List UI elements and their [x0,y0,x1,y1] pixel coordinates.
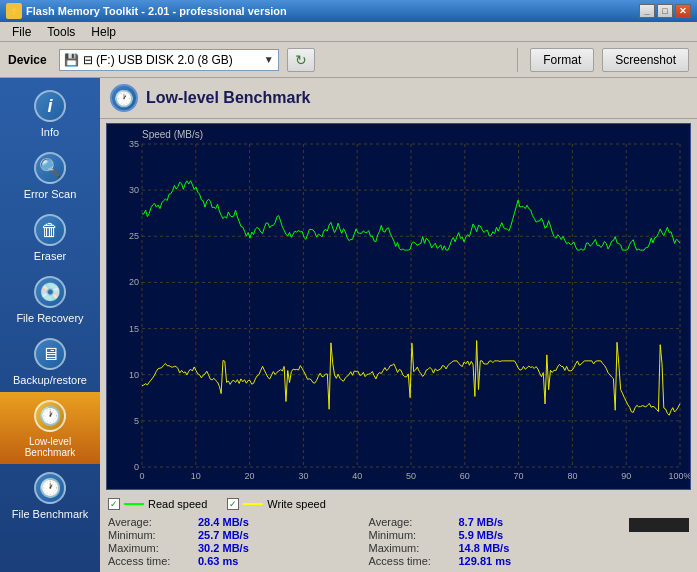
menu-bar: File Tools Help [0,22,697,42]
chart-container [106,123,691,490]
read-check-icon: ✓ [110,499,118,509]
write-speed-label: Write speed [267,498,326,510]
sidebar: i Info 🔍 Error Scan 🗑 Eraser [0,78,100,572]
maximize-button[interactable]: □ [657,4,673,18]
eraser-icon: 🗑 [32,212,68,248]
read-checkbox[interactable]: ✓ [108,498,120,510]
read-color-swatch [124,503,144,505]
read-access-row: Access time: 0.63 ms [108,555,369,567]
sidebar-item-eraser-label: Eraser [34,250,66,262]
app-title: Flash Memory Toolkit - 2.01 - profession… [26,5,639,17]
panel-title: Low-level Benchmark [146,89,311,107]
read-minimum-value: 25.7 MB/s [198,529,249,541]
benchmark-chart [107,124,690,489]
screenshot-button[interactable]: Screenshot [602,48,689,72]
device-name: ⊟ (F:) USB DISK 2.0 (8 GB) [83,53,233,67]
write-color-swatch [243,503,263,505]
menu-help[interactable]: Help [83,23,124,41]
sidebar-item-low-level-benchmark[interactable]: 🕐 Low-level Benchmark [0,392,100,464]
menu-file[interactable]: File [4,23,39,41]
sidebar-item-eraser[interactable]: 🗑 Eraser [0,206,100,268]
info-icon: i [32,88,68,124]
sidebar-item-file-recovery-label: File Recovery [16,312,83,324]
close-button[interactable]: ✕ [675,4,691,18]
window-controls[interactable]: _ □ ✕ [639,4,691,18]
legend-read: ✓ Read speed [108,498,207,510]
read-average-label: Average: [108,516,198,528]
file-benchmark-icon: 🕐 [32,470,68,506]
write-access-row: Access time: 129.81 ms [369,555,630,567]
sidebar-item-low-level-benchmark-label: Low-level Benchmark [4,436,96,458]
device-bar: Device 💾 ⊟ (F:) USB DISK 2.0 (8 GB) ▼ ↻ … [0,42,697,78]
read-maximum-value: 30.2 MB/s [198,542,249,554]
write-maximum-row: Maximum: 14.8 MB/s [369,542,630,554]
sidebar-item-info-label: Info [41,126,59,138]
legend-bar: ✓ Read speed ✓ Write speed [100,494,697,514]
app-icon: ⚡ [6,3,22,19]
menu-tools[interactable]: Tools [39,23,83,41]
low-level-benchmark-icon: 🕐 [32,398,68,434]
write-minimum-value: 5.9 MB/s [459,529,504,541]
redacted-area [629,518,689,532]
write-minimum-row: Minimum: 5.9 MB/s [369,529,630,541]
write-check-icon: ✓ [229,499,237,509]
sidebar-item-error-scan-label: Error Scan [24,188,77,200]
sidebar-item-error-scan[interactable]: 🔍 Error Scan [0,144,100,206]
main-content: i Info 🔍 Error Scan 🗑 Eraser [0,78,697,572]
read-access-label: Access time: [108,555,198,567]
write-stats-col: Average: 8.7 MB/s Minimum: 5.9 MB/s Maxi… [369,516,630,568]
legend-write: ✓ Write speed [227,498,326,510]
refresh-icon: ↻ [295,52,307,68]
write-access-label: Access time: [369,555,459,567]
stats-bar: Average: 28.4 MB/s Minimum: 25.7 MB/s Ma… [100,514,697,572]
write-checkbox[interactable]: ✓ [227,498,239,510]
read-maximum-label: Maximum: [108,542,198,554]
read-minimum-label: Minimum: [108,529,198,541]
file-recovery-icon: 💿 [32,274,68,310]
title-bar: ⚡ Flash Memory Toolkit - 2.01 - professi… [0,0,697,22]
write-average-row: Average: 8.7 MB/s [369,516,630,528]
minimize-button[interactable]: _ [639,4,655,18]
format-button[interactable]: Format [530,48,594,72]
read-average-row: Average: 28.4 MB/s [108,516,369,528]
write-access-value: 129.81 ms [459,555,512,567]
toolbar-separator [517,48,518,72]
write-average-value: 8.7 MB/s [459,516,504,528]
read-speed-label: Read speed [148,498,207,510]
read-maximum-row: Maximum: 30.2 MB/s [108,542,369,554]
dropdown-arrow-icon: ▼ [264,54,274,65]
sidebar-item-backup-restore-label: Backup/restore [13,374,87,386]
read-average-value: 28.4 MB/s [198,516,249,528]
device-select[interactable]: 💾 ⊟ (F:) USB DISK 2.0 (8 GB) ▼ [59,49,279,71]
write-minimum-label: Minimum: [369,529,459,541]
read-minimum-row: Minimum: 25.7 MB/s [108,529,369,541]
device-label: Device [8,53,47,67]
sidebar-item-file-recovery[interactable]: 💿 File Recovery [0,268,100,330]
write-maximum-value: 14.8 MB/s [459,542,510,554]
sidebar-item-info[interactable]: i Info [0,82,100,144]
backup-restore-icon: 🖥 [32,336,68,372]
read-access-value: 0.63 ms [198,555,238,567]
sidebar-item-backup-restore[interactable]: 🖥 Backup/restore [0,330,100,392]
panel-header-icon: 🕐 [110,84,138,112]
read-stats-col: Average: 28.4 MB/s Minimum: 25.7 MB/s Ma… [108,516,369,568]
sidebar-item-file-benchmark[interactable]: 🕐 File Benchmark [0,464,100,526]
content-area: 🕐 Low-level Benchmark ✓ Read speed ✓ [100,78,697,572]
refresh-button[interactable]: ↻ [287,48,315,72]
sidebar-item-file-benchmark-label: File Benchmark [12,508,88,520]
write-average-label: Average: [369,516,459,528]
write-maximum-label: Maximum: [369,542,459,554]
drive-icon: 💾 [64,53,79,67]
panel-header: 🕐 Low-level Benchmark [100,78,697,119]
error-scan-icon: 🔍 [32,150,68,186]
